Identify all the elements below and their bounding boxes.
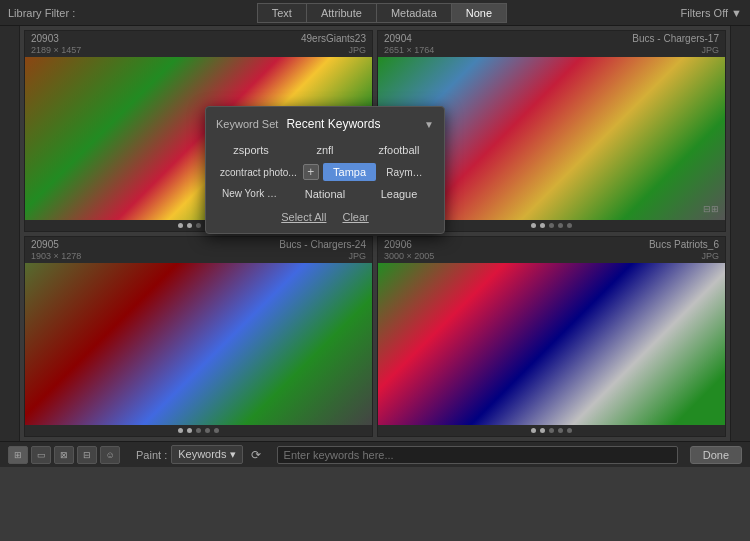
keyword-new-york-giants[interactable]: New York Giants [216,185,286,203]
photo-title-1: 49ersGiants23JPG [301,33,366,55]
filter-bar-label: Library Filter : [8,7,75,19]
recent-keywords-title: Recent Keywords [286,117,416,131]
dropdown-actions: Select All Clear [216,211,434,223]
keyword-raymond[interactable]: Raymond Jame... [380,164,434,181]
photo-title-3: Bucs - Chargers-24JPG [279,239,366,261]
photo-meta-3: 209051903 × 1278 Bucs - Chargers-24JPG [25,237,372,263]
tab-text[interactable]: Text [257,3,306,23]
tab-none[interactable]: None [451,3,507,23]
filter-tabs: Text Attribute Metadata None [83,3,680,23]
keywords-input-wrap [277,446,678,464]
photo-title-4: Bucs Patriots_6JPG [649,239,719,261]
keywords-input[interactable] [277,446,678,464]
photo-number-2: 209042651 × 1764 [384,33,434,55]
keyword-national[interactable]: National [290,185,360,203]
photo-number-3: 209051903 × 1278 [31,239,81,261]
toolbar-icons: ⊞ ▭ ⊠ ⊟ ☺ [8,446,120,464]
dropdown-header: Keyword Set Recent Keywords ▼ [216,117,434,131]
keyword-zsports[interactable]: zsports [216,141,286,159]
photo-image-4 [378,263,725,426]
photo-image-3 [25,263,372,426]
keyword-zcontract[interactable]: zcontract photo... [216,164,301,181]
app-layout: Library Filter : Text Attribute Metadata… [0,0,750,541]
left-panel [0,26,20,441]
filters-off[interactable]: Filters Off ▼ [681,7,742,19]
photo-meta-1: 209032189 × 1457 49ersGiants23JPG [25,31,372,57]
bottom-toolbar: ⊞ ▭ ⊠ ⊟ ☺ Paint : Keywords ▾ ⟳ Done [0,441,750,467]
grid-view-icon[interactable]: ⊞ [8,446,28,464]
compare-icon[interactable]: ⊠ [54,446,74,464]
select-all-link[interactable]: Select All [281,211,326,223]
survey-icon[interactable]: ⊟ [77,446,97,464]
right-panel [730,26,750,441]
keyword-zfootball[interactable]: zfootball [364,141,434,159]
photo-number-4: 209063000 × 2005 [384,239,434,261]
add-keyword-button[interactable]: + [303,164,319,180]
keyword-league[interactable]: League [364,185,434,203]
people-icon[interactable]: ☺ [100,446,120,464]
photo-dots-4 [378,425,725,436]
photo-meta-2: 209042651 × 1764 Bucs - Chargers-17JPG [378,31,725,57]
photo-meta-4: 209063000 × 2005 Bucs Patriots_6JPG [378,237,725,263]
clear-link[interactable]: Clear [342,211,368,223]
paint-dropdown[interactable]: Keywords ▾ [171,445,242,464]
dropdown-arrow-icon[interactable]: ▼ [424,119,434,130]
done-button[interactable]: Done [690,446,742,464]
photo-cell-3[interactable]: 209051903 × 1278 Bucs - Chargers-24JPG [24,236,373,438]
photo-cell-4[interactable]: 209063000 × 2005 Bucs Patriots_6JPG [377,236,726,438]
photo-dots-3 [25,425,372,436]
arrow-icon: ⟳ [251,448,261,462]
keyword-znfl[interactable]: znfl [290,141,360,159]
photo-number-1: 209032189 × 1457 [31,33,81,55]
keyword-dropdown: Keyword Set Recent Keywords ▼ zsports zn… [205,106,445,234]
photo-title-2: Bucs - Chargers-17JPG [632,33,719,55]
paint-dropdown-label: Keywords ▾ [178,448,235,461]
tab-metadata[interactable]: Metadata [376,3,451,23]
tab-attribute[interactable]: Attribute [306,3,376,23]
photo-grid: 209032189 × 1457 49ersGiants23JPG ⊞ 209 [20,26,730,441]
filter-bar: Library Filter : Text Attribute Metadata… [0,0,750,26]
keyword-tampa[interactable]: Tampa [323,163,377,181]
main-area: 209032189 × 1457 49ersGiants23JPG ⊞ 209 [0,26,750,441]
nav-icon-2: ⊟⊞ [703,204,719,214]
paint-label: Paint : [136,449,167,461]
keyword-set-label: Keyword Set [216,118,278,130]
loupe-view-icon[interactable]: ▭ [31,446,51,464]
